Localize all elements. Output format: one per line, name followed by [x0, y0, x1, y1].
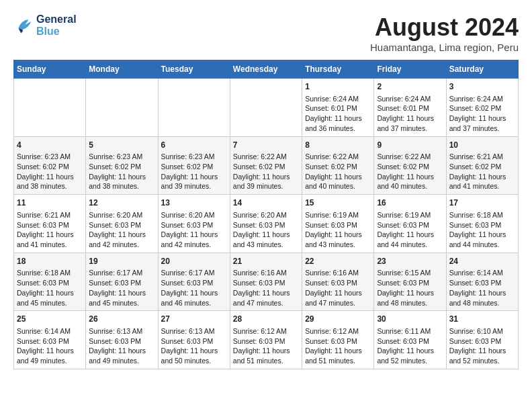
- daylight: Daylight: 11 hours and 48 minutes.: [449, 289, 506, 307]
- main-title: August 2024: [370, 13, 519, 42]
- day-number: 28: [233, 314, 299, 325]
- sunset: Sunset: 6:02 PM: [449, 104, 502, 112]
- daylight: Daylight: 11 hours and 41 minutes.: [17, 230, 74, 248]
- sunrise: Sunrise: 6:20 AM: [233, 211, 287, 219]
- sunset: Sunset: 6:02 PM: [449, 163, 502, 171]
- sunset: Sunset: 6:03 PM: [449, 221, 502, 229]
- calendar-cell: 7Sunrise: 6:22 AMSunset: 6:02 PMDaylight…: [230, 136, 302, 195]
- daylight: Daylight: 11 hours and 42 minutes.: [89, 230, 146, 248]
- sunrise: Sunrise: 6:21 AM: [449, 152, 503, 161]
- day-number: 15: [305, 197, 371, 209]
- day-number: 22: [305, 256, 371, 267]
- logo: General Blue: [13, 13, 77, 38]
- day-number: 19: [89, 256, 154, 267]
- calendar-cell: 3Sunrise: 6:24 AMSunset: 6:02 PMDaylight…: [446, 79, 518, 137]
- daylight: Daylight: 11 hours and 52 minutes.: [449, 347, 506, 365]
- day-number: 12: [89, 197, 154, 209]
- sunset: Sunset: 6:02 PM: [89, 163, 141, 171]
- day-number: 20: [161, 256, 227, 267]
- day-number: 29: [305, 314, 371, 325]
- sunset: Sunset: 6:03 PM: [161, 221, 214, 229]
- sunrise: Sunrise: 6:18 AM: [449, 211, 503, 219]
- sunrise: Sunrise: 6:10 AM: [449, 327, 503, 335]
- sunrise: Sunrise: 6:20 AM: [89, 211, 142, 219]
- daylight: Daylight: 11 hours and 45 minutes.: [17, 289, 74, 307]
- day-number: 23: [377, 256, 443, 267]
- daylight: Daylight: 11 hours and 38 minutes.: [17, 173, 74, 191]
- day-number: 3: [449, 81, 515, 93]
- daylight: Daylight: 11 hours and 44 minutes.: [449, 230, 506, 248]
- sunrise: Sunrise: 6:14 AM: [449, 269, 503, 277]
- sunrise: Sunrise: 6:23 AM: [161, 152, 215, 161]
- sunrise: Sunrise: 6:16 AM: [305, 269, 359, 277]
- calendar-cell: 14Sunrise: 6:20 AMSunset: 6:03 PMDayligh…: [230, 195, 302, 253]
- calendar-cell: 12Sunrise: 6:20 AMSunset: 6:03 PMDayligh…: [86, 195, 158, 253]
- calendar-cell: 10Sunrise: 6:21 AMSunset: 6:02 PMDayligh…: [446, 136, 518, 195]
- daylight: Daylight: 11 hours and 46 minutes.: [161, 289, 218, 307]
- sunset: Sunset: 6:03 PM: [89, 221, 141, 229]
- day-number: 11: [17, 197, 83, 209]
- calendar-cell: 27Sunrise: 6:13 AMSunset: 6:03 PMDayligh…: [158, 311, 230, 369]
- day-number: 13: [161, 197, 227, 209]
- daylight: Daylight: 11 hours and 37 minutes.: [449, 114, 506, 132]
- sunrise: Sunrise: 6:24 AM: [449, 95, 503, 103]
- sunrise: Sunrise: 6:19 AM: [377, 211, 431, 219]
- sunrise: Sunrise: 6:19 AM: [305, 211, 359, 219]
- sunset: Sunset: 6:02 PM: [17, 163, 69, 171]
- day-header: Wednesday: [230, 60, 302, 79]
- day-number: 10: [449, 140, 515, 151]
- sunset: Sunset: 6:02 PM: [233, 163, 285, 171]
- calendar-header: SundayMondayTuesdayWednesdayThursdayFrid…: [14, 60, 519, 79]
- day-header: Monday: [86, 60, 158, 79]
- sunrise: Sunrise: 6:13 AM: [161, 327, 215, 335]
- sunset: Sunset: 6:03 PM: [17, 221, 69, 229]
- calendar-cell: 31Sunrise: 6:10 AMSunset: 6:03 PMDayligh…: [446, 311, 518, 369]
- calendar-cell: 19Sunrise: 6:17 AMSunset: 6:03 PMDayligh…: [86, 253, 158, 311]
- sunset: Sunset: 6:03 PM: [305, 221, 357, 229]
- day-number: 18: [17, 256, 83, 267]
- calendar-cell: 18Sunrise: 6:18 AMSunset: 6:03 PMDayligh…: [14, 253, 86, 311]
- calendar-cell: 30Sunrise: 6:11 AMSunset: 6:03 PMDayligh…: [374, 311, 446, 369]
- subtitle: Huamantanga, Lima region, Peru: [370, 42, 519, 53]
- day-number: 1: [305, 81, 371, 93]
- calendar-cell: 9Sunrise: 6:22 AMSunset: 6:02 PMDaylight…: [374, 136, 446, 195]
- sunset: Sunset: 6:03 PM: [305, 279, 357, 287]
- sunrise: Sunrise: 6:23 AM: [89, 152, 142, 161]
- calendar-week: 25Sunrise: 6:14 AMSunset: 6:03 PMDayligh…: [14, 311, 519, 369]
- sunrise: Sunrise: 6:17 AM: [161, 269, 215, 277]
- sunrise: Sunrise: 6:13 AM: [89, 327, 142, 335]
- calendar-cell: 5Sunrise: 6:23 AMSunset: 6:02 PMDaylight…: [86, 136, 158, 195]
- day-number: 16: [377, 197, 443, 209]
- calendar-cell: 29Sunrise: 6:12 AMSunset: 6:03 PMDayligh…: [302, 311, 374, 369]
- daylight: Daylight: 11 hours and 36 minutes.: [305, 114, 362, 132]
- sunset: Sunset: 6:03 PM: [233, 279, 285, 287]
- sunset: Sunset: 6:03 PM: [377, 221, 429, 229]
- calendar-cell: 17Sunrise: 6:18 AMSunset: 6:03 PMDayligh…: [446, 195, 518, 253]
- daylight: Daylight: 11 hours and 39 minutes.: [161, 173, 218, 191]
- calendar-cell: 15Sunrise: 6:19 AMSunset: 6:03 PMDayligh…: [302, 195, 374, 253]
- daylight: Daylight: 11 hours and 52 minutes.: [377, 347, 434, 365]
- calendar-cell: [230, 79, 302, 137]
- daylight: Daylight: 11 hours and 49 minutes.: [89, 347, 146, 365]
- day-number: 9: [377, 140, 443, 151]
- calendar-week: 1Sunrise: 6:24 AMSunset: 6:01 PMDaylight…: [14, 79, 519, 137]
- sunset: Sunset: 6:01 PM: [305, 104, 357, 112]
- day-number: 21: [233, 256, 299, 267]
- sunrise: Sunrise: 6:17 AM: [89, 269, 142, 277]
- daylight: Daylight: 11 hours and 49 minutes.: [17, 347, 74, 365]
- day-header: Tuesday: [158, 60, 230, 79]
- calendar-week: 18Sunrise: 6:18 AMSunset: 6:03 PMDayligh…: [14, 253, 519, 311]
- day-number: 14: [233, 197, 299, 209]
- sunrise: Sunrise: 6:18 AM: [17, 269, 71, 277]
- calendar-cell: [86, 79, 158, 137]
- sunset: Sunset: 6:03 PM: [17, 337, 69, 345]
- day-number: 7: [233, 140, 299, 151]
- daylight: Daylight: 11 hours and 51 minutes.: [305, 347, 362, 365]
- calendar-cell: 13Sunrise: 6:20 AMSunset: 6:03 PMDayligh…: [158, 195, 230, 253]
- sunrise: Sunrise: 6:22 AM: [233, 152, 287, 161]
- calendar-cell: 21Sunrise: 6:16 AMSunset: 6:03 PMDayligh…: [230, 253, 302, 311]
- sunrise: Sunrise: 6:20 AM: [161, 211, 215, 219]
- sunset: Sunset: 6:03 PM: [233, 221, 285, 229]
- calendar-cell: 1Sunrise: 6:24 AMSunset: 6:01 PMDaylight…: [302, 79, 374, 137]
- daylight: Daylight: 11 hours and 47 minutes.: [233, 289, 290, 307]
